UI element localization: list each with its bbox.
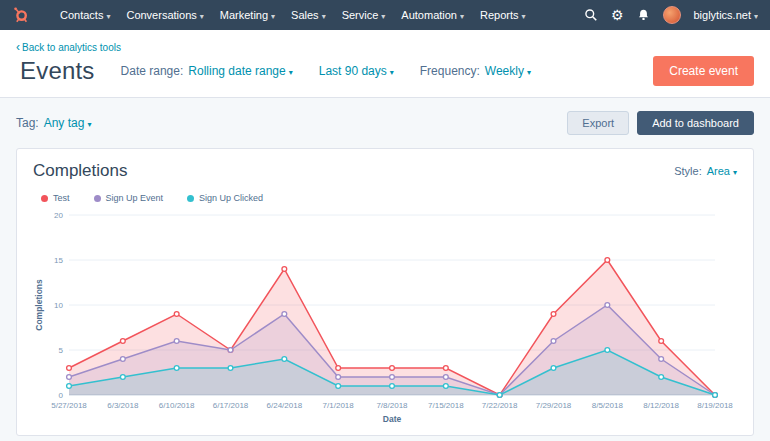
legend-dot [94,195,101,202]
svg-text:7/15/2018: 7/15/2018 [428,401,464,410]
nav-right: biglytics.net [584,6,758,24]
svg-text:0: 0 [59,391,64,400]
account-name: biglytics.net [694,9,751,21]
svg-text:20: 20 [54,211,63,220]
svg-text:10: 10 [54,301,63,310]
back-link-label: Back to analytics tools [22,42,121,53]
svg-text:8/19/2018: 8/19/2018 [697,401,733,410]
nav-item-marketing[interactable]: Marketing [220,9,275,21]
legend-label: Test [53,193,70,203]
tag-label: Tag: [16,116,39,130]
nav-item-automation[interactable]: Automation [401,9,464,21]
svg-text:6/10/2018: 6/10/2018 [159,401,195,410]
svg-text:6/17/2018: 6/17/2018 [213,401,249,410]
svg-text:8/12/2018: 8/12/2018 [643,401,679,410]
account-menu[interactable]: biglytics.net [694,9,759,21]
header-row: Events Date range: Rolling date range La… [20,57,754,85]
svg-text:8/5/2018: 8/5/2018 [592,401,624,410]
chevron-down-icon [271,10,275,21]
nav-item-label: Contacts [60,9,103,21]
chevron-down-icon [200,10,204,21]
svg-text:6/24/2018: 6/24/2018 [267,401,303,410]
svg-text:7/22/2018: 7/22/2018 [482,401,518,410]
frequency-dropdown[interactable]: Weekly [485,64,531,78]
create-event-button[interactable]: Create event [653,56,754,86]
nav-item-sales[interactable]: Sales [291,9,326,21]
svg-text:5/27/2018: 5/27/2018 [51,401,87,410]
tag-value: Any tag [44,116,85,130]
bell-icon[interactable] [637,8,650,22]
chevron-down-icon [381,10,385,21]
legend-label: Sign Up Clicked [199,193,263,203]
tag-dropdown[interactable]: Any tag [44,116,92,130]
add-to-dashboard-button[interactable]: Add to dashboard [637,111,754,135]
chevron-down-icon [390,65,394,77]
svg-text:7/8/2018: 7/8/2018 [376,401,408,410]
range-control: Last 90 days [319,64,394,78]
completions-area-chart: 051015205/27/20186/3/20186/10/20186/17/2… [33,207,737,429]
nav-item-label: Conversations [126,9,196,21]
chevron-down-icon [289,65,293,77]
completions-card: Completions Style: Area Test Sign Up Eve… [16,148,754,436]
frequency-control: Frequency: Weekly [420,64,531,78]
top-navbar: Contacts Conversations Marketing Sales S… [0,0,770,30]
nav-item-contacts[interactable]: Contacts [60,9,110,21]
svg-text:5: 5 [59,346,64,355]
legend-item-test[interactable]: Test [41,193,70,203]
date-range-label: Date range: [121,64,184,78]
legend-item-sign-up-event[interactable]: Sign Up Event [94,193,164,203]
chevron-down-icon [322,10,326,21]
style-label: Style: [674,165,702,177]
chevron-down-icon [754,10,758,21]
avatar[interactable] [663,6,681,24]
date-range-value: Rolling date range [188,64,285,78]
svg-text:Date: Date [383,414,402,424]
style-control: Style: Area [674,165,737,177]
svg-text:7/29/2018: 7/29/2018 [536,401,572,410]
chevron-down-icon [527,65,531,77]
sprocket-icon [12,6,30,24]
card-header: Completions Style: Area [33,161,737,181]
nav-item-conversations[interactable]: Conversations [126,9,203,21]
nav-item-reports[interactable]: Reports [480,9,526,21]
chevron-down-icon [106,10,110,21]
legend-item-sign-up-clicked[interactable]: Sign Up Clicked [187,193,263,203]
style-dropdown[interactable]: Area [707,165,737,177]
hubspot-sprocket-logo[interactable] [12,6,30,24]
card-title: Completions [33,161,128,181]
page-title: Events [20,57,95,85]
chevron-down-icon [522,10,526,21]
gear-icon[interactable] [611,8,624,22]
nav-item-label: Automation [401,9,457,21]
range-dropdown[interactable]: Last 90 days [319,64,394,78]
svg-text:15: 15 [54,256,63,265]
chevron-left-icon [16,41,20,53]
tag-control: Tag: Any tag [16,116,91,130]
range-value: Last 90 days [319,64,387,78]
frequency-value: Weekly [485,64,524,78]
nav-item-label: Service [342,9,379,21]
nav-item-label: Reports [480,9,519,21]
chart-legend: Test Sign Up Event Sign Up Clicked [41,193,737,203]
date-range-control: Date range: Rolling date range [121,64,293,78]
legend-label: Sign Up Event [106,193,164,203]
nav-item-service[interactable]: Service [342,9,386,21]
style-value: Area [707,165,730,177]
chevron-down-icon [733,166,737,177]
frequency-label: Frequency: [420,64,480,78]
back-link[interactable]: Back to analytics tools [16,41,121,53]
page-header: Back to analytics tools Events Date rang… [0,30,770,98]
search-icon[interactable] [584,8,598,22]
legend-dot [187,195,194,202]
svg-text:7/1/2018: 7/1/2018 [323,401,355,410]
export-button[interactable]: Export [567,111,629,135]
chevron-down-icon [460,10,464,21]
chart-area: 051015205/27/20186/3/20186/10/20186/17/2… [33,207,737,433]
nav-left: Contacts Conversations Marketing Sales S… [12,6,584,24]
svg-text:6/3/2018: 6/3/2018 [107,401,139,410]
legend-dot [41,195,48,202]
date-range-dropdown[interactable]: Rolling date range [188,64,292,78]
nav-item-label: Sales [291,9,319,21]
svg-text:Completions: Completions [34,279,44,331]
tag-toolbar: Tag: Any tag Export Add to dashboard [16,111,754,135]
